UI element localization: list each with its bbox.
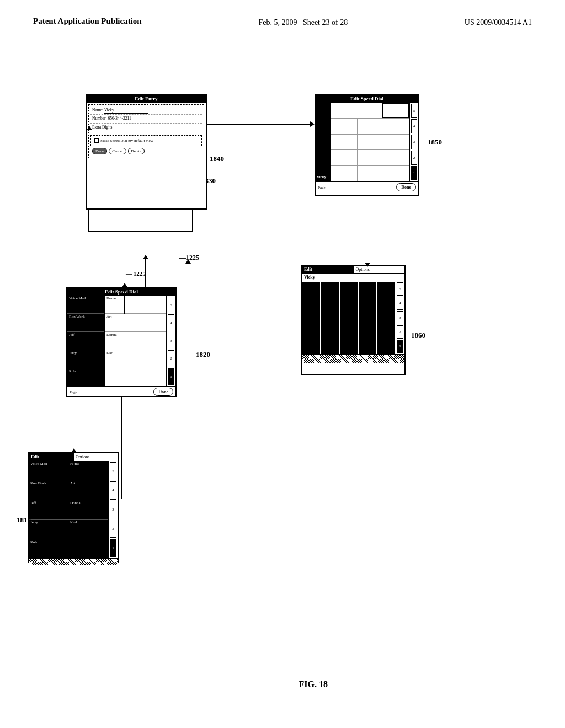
row-art-1820: Art [105,314,166,332]
row-ronwork-1820: Ron Work [67,314,104,332]
page-3-1810: 3 [110,501,116,519]
number-row-1840: Number: 650-344-2211 [90,115,202,123]
page-5-1820: 5 [168,297,174,313]
header-left: Patent Application Publication [33,15,142,27]
button-row-1840: Done Cancel Delete [90,146,202,156]
col3-1860 [340,282,358,354]
row-jerry-1820: Jerry [67,350,104,368]
col5-1860 [377,282,395,354]
marker-1225: — 1225 [126,270,146,277]
page-1-1860: 1 [397,340,403,353]
done-btn-1840[interactable]: Done [92,148,107,154]
col1-1860 [302,282,320,354]
cell-home-1810: Home [68,461,108,480]
diagram-1820: Edit Speed Dial Voice Mail Ron Work Jeff… [66,287,177,397]
cell-karl-1810: Karl [68,520,108,539]
line-1840-1850 [207,124,312,125]
line-1830-1840 [89,130,89,185]
arrowhead-1850-1860 [365,263,370,267]
row-voicemail-1820: Voice Mail [67,296,104,314]
ref-1850: 1850 [428,138,442,147]
diagram-1840: Edit Entry Name: Vicky Number: 650-344-2… [86,94,207,210]
row-karl-1820: Karl [105,350,166,368]
checkbox-1840[interactable] [94,138,99,143]
line-1810-1820 [73,452,74,480]
title-1820: Edit Speed Dial [67,288,175,296]
col4-1860 [359,282,376,354]
page-4-1860: 4 [397,297,403,310]
dashed-separator-1840 [90,133,202,133]
cell-donna-1810: Donna [68,500,108,520]
delete-btn-1840[interactable]: Delete [128,148,145,154]
line-1850-1860 [367,197,367,265]
page-1-1850: 1 [411,166,417,180]
page-label-1850: Page: [318,185,327,190]
page-2-1850: 2 [411,151,417,165]
header-right: US 2009/0034514 A1 [465,15,532,29]
page-4-1810: 4 [110,481,116,500]
hash-1860 [302,354,404,363]
options-tab-1860: Options [353,266,405,273]
page-2-1820: 2 [168,350,174,367]
row-empty-1820 [105,368,166,386]
checkbox-row-1840: Make Speed Dial my default view [93,137,200,144]
page-3-1860: 3 [397,311,403,324]
arrow-1820-to-1830 [145,287,146,287]
line-1820-1830 [124,287,125,314]
done-button-1820[interactable]: Done [153,388,173,396]
page-4-1820: 4 [168,314,174,331]
selected-cell-1850 [382,103,409,118]
row-rob-1820: Rob [67,368,104,386]
hash-indicator-1810 [29,558,118,565]
header-center: Feb. 5, 2009 Sheet 23 of 28 [258,15,348,29]
cell-empty-1810 [68,539,108,558]
page-label-1820: Page: [70,390,78,394]
page-5-1860: 5 [397,282,403,296]
page-3-1850: 3 [411,135,417,149]
cell-art-1810: Art [68,480,108,500]
ref-1820: 1820 [196,350,210,359]
ref-1840: 1840 [210,154,224,163]
publication-title: Patent Application Publication [33,17,142,25]
row-jeff-1820: Jeff [67,332,104,350]
arrowhead-1840-1850 [310,121,315,127]
page-1-1810: 1 [110,539,116,557]
name-row-1840: Name: Vicky [90,106,202,115]
page-2-1810: 2 [110,520,116,538]
arrowhead-1820-1830 [122,283,127,287]
pub-date: Feb. 5, 2009 [258,18,297,26]
ref-1860: 1860 [411,331,425,340]
col2-1860 [321,282,339,354]
vicky-name-1860: Vicky [302,274,404,281]
done-button-1850[interactable]: Done [396,183,416,191]
title-1840: Edit Entry [87,95,206,103]
ref-1810: 1810 [17,516,31,524]
title-1850: Edit Speed Dial [316,95,418,103]
cell-jeff-1810: Jeff [29,500,68,520]
row-donna-1820: Donna [105,332,166,350]
edit-tab-1860: Edit [302,266,353,273]
extra-digits-row-1840: Extra Digits: [90,124,202,131]
page-5-1810: 5 [110,462,116,480]
cancel-btn-1840[interactable]: Cancel [109,148,126,154]
figure-label: FIG. 18 [299,679,328,689]
page-5-1850: 5 [411,104,417,118]
page-1-1820: 1 [168,368,174,385]
arrowhead-1830-1840 [87,126,92,130]
diagram-area: Edit Options Voice Mail Ron Work Jeff Je… [0,44,565,728]
cell-rob-1810: Rob [29,539,68,558]
arrowhead-1810-1820 [71,448,77,453]
patent-number: US 2009/0034514 A1 [465,18,532,26]
edit-tab-1810: Edit [29,453,73,461]
page-4-1850: 4 [411,119,417,133]
diagram-1860: Edit Options Vicky 1 2 3 4 5 [301,265,406,375]
cell-voicemail-1810: Voice Mail [29,461,68,480]
cell-ronwork-1810: Ron Work [29,480,68,500]
page-3-1820: 3 [168,333,174,349]
row-home-1820: Home [105,296,166,314]
dashed-inner-box-1840: Make Speed Dial my default view [90,135,202,146]
page-header: Patent Application Publication Feb. 5, 2… [0,0,565,35]
sheet-number: Sheet 23 of 28 [303,18,348,26]
arrow-1810-to-1820 [121,496,122,497]
page-2-1860: 2 [397,325,403,339]
